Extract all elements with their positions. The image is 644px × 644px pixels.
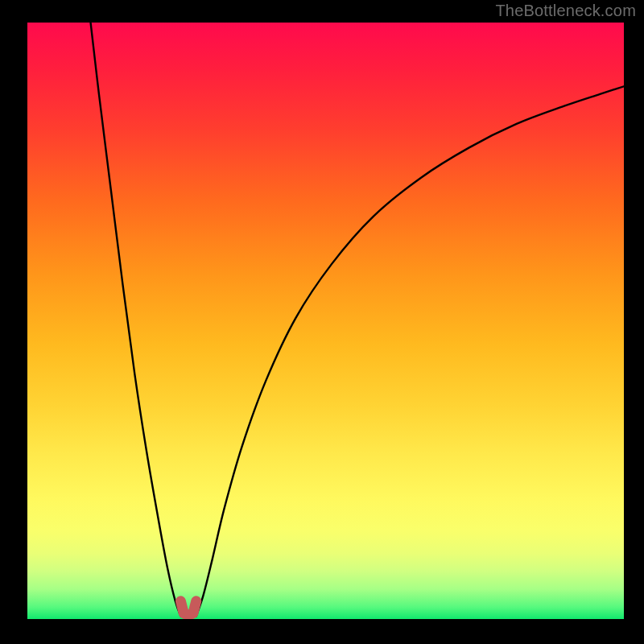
left-curve (91, 23, 181, 616)
plot-area (27, 23, 624, 619)
right-curve (196, 86, 624, 616)
curves-svg (27, 23, 624, 619)
watermark-text: TheBottleneck.com (495, 2, 636, 20)
minimum-marker (180, 601, 196, 616)
chart-frame: TheBottleneck.com (0, 0, 644, 644)
